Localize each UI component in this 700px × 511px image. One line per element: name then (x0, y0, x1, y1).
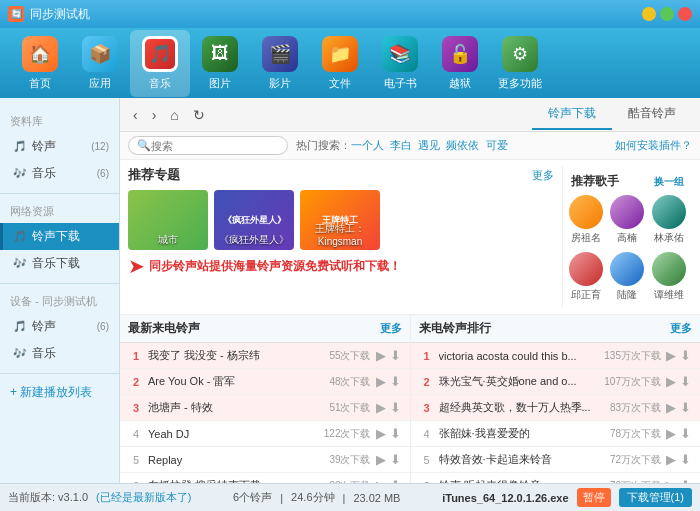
t-dl-btn-6[interactable]: ⬇ (679, 477, 692, 483)
t-play-btn-6[interactable]: ▶ (665, 477, 677, 483)
t-play-btn-1[interactable]: ▶ (665, 347, 677, 364)
tab-cool-ringtone[interactable]: 酷音铃声 (612, 99, 692, 130)
row-num-1: 1 (128, 350, 144, 362)
nav-item-file[interactable]: 📁 文件 (310, 30, 370, 97)
home-button[interactable]: ⌂ (165, 104, 183, 126)
sidebar-ringtone-dl-label: 铃声下载 (32, 228, 80, 245)
t-row-count-3: 83万次下载 (610, 401, 661, 415)
play-btn-3[interactable]: ▶ (375, 399, 387, 416)
t-dl-btn-2[interactable]: ⬇ (679, 373, 692, 390)
install-plugin-link[interactable]: 如何安装插件？ (615, 138, 692, 153)
back-button[interactable]: ‹ (128, 104, 143, 126)
t-play-btn-2[interactable]: ▶ (665, 373, 677, 390)
dl-btn-2[interactable]: ⬇ (389, 373, 402, 390)
t-row-title-5: 特效音效·卡起追来铃音 (439, 452, 606, 467)
maximize-button[interactable] (660, 7, 674, 21)
new-ringtones-more[interactable]: 更多 (380, 321, 402, 336)
nav-item-app[interactable]: 📦 应用 (70, 30, 130, 97)
t-row-title-2: 珠光宝气·英交婚one and o... (439, 374, 601, 389)
dl-btn-1[interactable]: ⬇ (389, 347, 402, 364)
featured-card-2[interactable]: 《疯狂外星人》 《疯狂外星人》 (214, 190, 294, 250)
sidebar-item-ringtone[interactable]: 🎵 铃声 (12) (0, 133, 119, 160)
new-ringtone-row-4[interactable]: 4 Yeah DJ 122次下载 ▶ ⬇ (120, 421, 410, 447)
nav-item-video[interactable]: 🎬 影片 (250, 30, 310, 97)
refresh-singers-button[interactable]: 换一组 (654, 175, 684, 189)
t-play-btn-4[interactable]: ▶ (665, 425, 677, 442)
singer-avatar-6 (652, 252, 686, 286)
singer-item-1[interactable]: 房祖名 (567, 193, 605, 247)
new-ringtone-row-6[interactable]: 6 在抓拉登·搜采特声下载 28次下载 ▶ ⬇ (120, 473, 410, 483)
nav-item-jailbreak[interactable]: 🔓 越狱 (430, 30, 490, 97)
download-manager-button[interactable]: 下载管理(1) (619, 488, 692, 507)
minimize-button[interactable] (642, 7, 656, 21)
t-dl-btn-4[interactable]: ⬇ (679, 425, 692, 442)
sidebar-item-ringtone-dl[interactable]: 🎵 铃声下载 (0, 223, 119, 250)
new-ringtones-header: 最新来电铃声 更多 (120, 315, 410, 343)
tab-ringtone-dl[interactable]: 铃声下载 (532, 99, 612, 130)
trending-row-5[interactable]: 5 特效音效·卡起追来铃音 72万次下载 ▶ ⬇ (411, 447, 701, 473)
hot-term-1[interactable]: 一个人 (351, 139, 384, 151)
trending-row-6[interactable]: 6 铃声·听起来很像铃音 70万次下载 ▶ ⬇ (411, 473, 701, 483)
sidebar-item-music-dl[interactable]: 🎶 音乐下载 (0, 250, 119, 277)
nav-item-more[interactable]: ⚙ 更多功能 (490, 30, 550, 97)
new-ringtone-row-2[interactable]: 2 Are You Ok - 雷军 48次下载 ▶ ⬇ (120, 369, 410, 395)
nav-item-ebook[interactable]: 📚 电子书 (370, 30, 430, 97)
singer-item-4[interactable]: 邱正育 (567, 250, 605, 304)
close-button[interactable] (678, 7, 692, 21)
play-btn-6[interactable]: ▶ (375, 477, 387, 483)
forward-button[interactable]: › (147, 104, 162, 126)
sidebar-dev-music-label: 音乐 (32, 345, 56, 362)
new-ringtone-row-3[interactable]: 3 池塘声 - 特效 51次下载 ▶ ⬇ (120, 395, 410, 421)
t-play-btn-5[interactable]: ▶ (665, 451, 677, 468)
nav-item-home[interactable]: 🏠 首页 (10, 30, 70, 97)
sidebar-item-music[interactable]: 🎶 音乐 (6) (0, 160, 119, 187)
featured-more-link[interactable]: 更多 (532, 168, 554, 183)
hot-term-2[interactable]: 李白 (390, 139, 412, 151)
singer-item-3[interactable]: 林承佑 (650, 193, 688, 247)
trending-row-4[interactable]: 4 张韶妹·我喜爱爱的 78万次下载 ▶ ⬇ (411, 421, 701, 447)
sidebar-item-dev-ringtone[interactable]: 🎵 铃声 (6) (0, 313, 119, 340)
trending-row-3[interactable]: 3 超经典英文歌，数十万人热季... 83万次下载 ▶ ⬇ (411, 395, 701, 421)
sidebar-device-title: 设备 - 同步测试机 (0, 290, 119, 313)
nav-item-music[interactable]: 🎵 音乐 (130, 30, 190, 97)
hot-term-4[interactable]: 频依依 (446, 139, 479, 151)
trending-row-1[interactable]: 1 victoria acosta could this b... 135万次下… (411, 343, 701, 369)
play-btn-2[interactable]: ▶ (375, 373, 387, 390)
pause-button[interactable]: 暂停 (577, 488, 611, 507)
row-count-4: 122次下载 (324, 427, 371, 441)
dl-btn-4[interactable]: ⬇ (389, 425, 402, 442)
t-row-actions-3: ▶ ⬇ (665, 399, 692, 416)
search-bar[interactable]: 🔍 (128, 136, 288, 155)
singer-item-6[interactable]: 谭维维 (650, 250, 688, 304)
featured-card-3[interactable]: 王牌特工 王牌特工：Kingsman (300, 190, 380, 250)
t-play-btn-3[interactable]: ▶ (665, 399, 677, 416)
add-playlist-button[interactable]: + 新建播放列表 (0, 380, 119, 405)
play-btn-1[interactable]: ▶ (375, 347, 387, 364)
dl-btn-6[interactable]: ⬇ (389, 477, 402, 483)
nav-label-video: 影片 (269, 76, 291, 91)
dl-btn-3[interactable]: ⬇ (389, 399, 402, 416)
content-toolbar: ‹ › ⌂ ↻ 铃声下载 酷音铃声 (120, 98, 700, 132)
t-row-count-2: 107万次下载 (604, 375, 661, 389)
sidebar-item-dev-music[interactable]: 🎶 音乐 (0, 340, 119, 367)
play-btn-5[interactable]: ▶ (375, 451, 387, 468)
hot-term-5[interactable]: 可爱 (486, 139, 508, 151)
nav-item-photo[interactable]: 🖼 图片 (190, 30, 250, 97)
row-num-2: 2 (128, 376, 144, 388)
row-title-5: Replay (148, 454, 325, 466)
dl-btn-5[interactable]: ⬇ (389, 451, 402, 468)
search-input[interactable] (151, 140, 281, 152)
t-dl-btn-3[interactable]: ⬇ (679, 399, 692, 416)
t-dl-btn-1[interactable]: ⬇ (679, 347, 692, 364)
trending-row-2[interactable]: 2 珠光宝气·英交婚one and o... 107万次下载 ▶ ⬇ (411, 369, 701, 395)
new-ringtone-row-5[interactable]: 5 Replay 39次下载 ▶ ⬇ (120, 447, 410, 473)
featured-card-1[interactable]: 城市 (128, 190, 208, 250)
t-dl-btn-5[interactable]: ⬇ (679, 451, 692, 468)
play-btn-4[interactable]: ▶ (375, 425, 387, 442)
singer-item-5[interactable]: 陆隆 (608, 250, 646, 304)
trending-more[interactable]: 更多 (670, 321, 692, 336)
refresh-button[interactable]: ↻ (188, 104, 210, 126)
new-ringtone-row-1[interactable]: 1 我变了 我没变 - 杨宗纬 55次下载 ▶ ⬇ (120, 343, 410, 369)
singer-item-2[interactable]: 高楠 (608, 193, 646, 247)
hot-term-3[interactable]: 遇见 (418, 139, 440, 151)
